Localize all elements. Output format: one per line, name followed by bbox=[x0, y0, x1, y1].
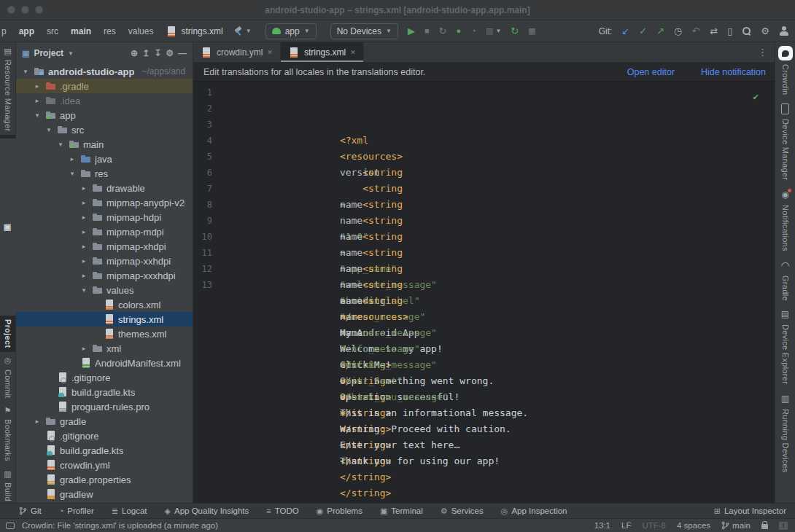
tool-window-button[interactable]: Running Devices bbox=[775, 388, 795, 477]
breadcrumb-item[interactable]: values bbox=[128, 26, 154, 36]
file-encoding[interactable]: UTF-8 bbox=[642, 521, 666, 530]
expand-all-icon[interactable]: ↥ bbox=[142, 48, 150, 58]
terminal-tool-button[interactable]: ▣Terminal bbox=[380, 506, 423, 515]
tree-row[interactable]: ▾ android-studio-app ~/apps/and bbox=[16, 64, 193, 79]
layout-button[interactable]: ▦ bbox=[528, 27, 535, 35]
chevron-down-icon[interactable]: ▼ bbox=[68, 50, 74, 57]
tree-row[interactable]: ▸ .gradle bbox=[16, 79, 193, 93]
build-hammer-button[interactable]: ▼ bbox=[233, 26, 252, 36]
app-inspection-tool-button[interactable]: ◎App Inspection bbox=[501, 506, 567, 515]
tab-options-icon[interactable]: ⋮ bbox=[751, 42, 775, 62]
rollback-button[interactable]: ↶ bbox=[691, 26, 699, 36]
tree-expand-arrow[interactable]: ▾ bbox=[20, 68, 31, 75]
sync-button[interactable]: ↻ bbox=[511, 26, 519, 36]
tree-row[interactable]: proguard-rules.pro bbox=[16, 399, 193, 414]
tool-window-button[interactable]: Gradle bbox=[775, 255, 795, 305]
tree-expand-arrow[interactable]: ▾ bbox=[67, 170, 77, 177]
coverage-button[interactable]: ▥▼ bbox=[486, 27, 501, 35]
tree-expand-arrow[interactable]: ▸ bbox=[79, 257, 89, 265]
tree-row[interactable]: ▾ main bbox=[16, 137, 193, 152]
tool-window-button[interactable]: Device Explorer bbox=[775, 304, 795, 388]
tree-row[interactable]: ▾ res bbox=[16, 166, 193, 181]
git-commit-button[interactable]: ✓ bbox=[639, 26, 647, 36]
close-tab-icon[interactable]: ✕ bbox=[267, 49, 273, 56]
line-ending[interactable]: LF bbox=[621, 521, 631, 530]
tree-row[interactable]: colors.xml bbox=[16, 297, 193, 312]
tree-row[interactable]: ▸ drawable bbox=[16, 181, 193, 195]
tree-row[interactable]: AndroidManifest.xml bbox=[16, 356, 193, 370]
device-selector[interactable]: No Devices ▼ bbox=[330, 23, 398, 39]
tree-row[interactable]: crowdin.yml bbox=[16, 458, 193, 472]
breadcrumb-item[interactable]: main bbox=[71, 26, 91, 36]
tree-row[interactable]: .gitignore bbox=[16, 370, 193, 385]
tree-row[interactable]: ▸ mipmap-mdpi bbox=[16, 224, 193, 239]
breadcrumb-file[interactable]: strings.xml bbox=[166, 26, 222, 37]
git-push-button[interactable]: ↗ bbox=[656, 26, 664, 36]
settings-button[interactable]: ⚙ bbox=[761, 26, 769, 36]
tree-row[interactable]: build.gradle.kts bbox=[16, 443, 193, 458]
caret-position[interactable]: 13:1 bbox=[594, 521, 610, 530]
tree-expand-arrow[interactable]: ▸ bbox=[32, 82, 42, 90]
tree-row[interactable]: ▾ app bbox=[16, 108, 193, 122]
tool-window-button[interactable]: Crowdin bbox=[775, 42, 795, 98]
profiler-tool-button[interactable]: ◔Profiler bbox=[59, 506, 94, 515]
tree-row[interactable]: .gitignore bbox=[16, 429, 193, 443]
problems-tool-button[interactable]: ◉Problems bbox=[317, 506, 362, 515]
tool-window-button[interactable]: Project bbox=[0, 135, 15, 351]
tree-expand-arrow[interactable]: ▾ bbox=[44, 126, 54, 133]
notifications-icon[interactable]: ! bbox=[779, 522, 788, 530]
tree-row[interactable]: ▾ values bbox=[16, 283, 193, 297]
git-branch-widget[interactable]: main bbox=[721, 521, 751, 530]
history-button[interactable]: ◷ bbox=[674, 26, 682, 36]
todo-tool-button[interactable]: ≡TODO bbox=[266, 506, 298, 515]
tool-window-switcher-icon[interactable] bbox=[6, 523, 15, 529]
breadcrumb-item[interactable]: src bbox=[47, 26, 58, 36]
hide-panel-icon[interactable]: — bbox=[178, 48, 187, 58]
compare-button[interactable]: ⇄ bbox=[710, 26, 718, 36]
project-panel-title[interactable]: Project bbox=[34, 48, 63, 58]
breadcrumb-item[interactable]: p bbox=[1, 26, 7, 36]
profiler-button[interactable]: ◔ bbox=[470, 26, 476, 36]
git-update-button[interactable]: ↙ bbox=[621, 26, 629, 36]
tree-expand-arrow[interactable]: ▸ bbox=[32, 97, 42, 104]
inspections-ok-icon[interactable]: ✔ bbox=[753, 89, 759, 105]
tree-expand-arrow[interactable]: ▸ bbox=[79, 228, 89, 235]
indent-setting[interactable]: 4 spaces bbox=[677, 521, 710, 530]
tree-expand-arrow[interactable]: ▸ bbox=[79, 199, 89, 206]
stop-button[interactable]: ■ bbox=[424, 27, 430, 35]
tree-row[interactable]: ▸ .idea bbox=[16, 93, 193, 108]
tree-expand-arrow[interactable]: ▾ bbox=[55, 141, 66, 148]
run-button[interactable]: ▶ bbox=[408, 26, 415, 36]
tree-row[interactable]: strings.xml bbox=[16, 312, 193, 326]
services-tool-button[interactable]: ⚙Services bbox=[441, 506, 484, 515]
tool-window-button[interactable]: Bookmarks bbox=[0, 402, 15, 465]
breadcrumb-item[interactable]: res bbox=[104, 26, 116, 36]
status-message[interactable]: Crowdin: File 'strings.xml' is uploaded … bbox=[22, 521, 218, 530]
git-tool-button[interactable]: Git bbox=[19, 506, 42, 515]
profile-button[interactable] bbox=[779, 26, 789, 36]
tree-row[interactable]: gradlew bbox=[16, 487, 193, 501]
tree-row[interactable]: ▾ src bbox=[16, 122, 193, 137]
hide-notification-link[interactable]: Hide notification bbox=[701, 67, 766, 77]
code-editor[interactable]: ✔ 1 <?xml version bbox=[193, 82, 775, 503]
tool-window-button[interactable]: Notifications bbox=[775, 184, 795, 255]
search-everywhere-button[interactable] bbox=[742, 26, 751, 36]
panel-settings-gear-icon[interactable]: ⚙ bbox=[166, 48, 174, 58]
tree-row[interactable]: ▸ mipmap-anydpi-v26 bbox=[16, 195, 193, 210]
tree-expand-arrow[interactable]: ▸ bbox=[79, 214, 89, 221]
logcat-tool-button[interactable]: ≣Logcat bbox=[112, 506, 147, 515]
tree-row[interactable]: ▸ mipmap-xhdpi bbox=[16, 239, 193, 254]
tree-row[interactable]: ▸ java bbox=[16, 152, 193, 166]
tree-row[interactable]: gradle.properties bbox=[16, 472, 193, 487]
open-editor-link[interactable]: Open editor bbox=[627, 67, 675, 77]
tree-expand-arrow[interactable]: ▸ bbox=[79, 345, 89, 352]
tree-expand-arrow[interactable]: ▸ bbox=[79, 184, 89, 192]
tree-row[interactable]: themes.xml bbox=[16, 326, 193, 341]
tree-expand-arrow[interactable]: ▾ bbox=[32, 112, 42, 119]
device-mirror-button[interactable]: ▯ bbox=[727, 26, 732, 36]
restart-button[interactable]: ↻ bbox=[439, 26, 447, 36]
editor-tab[interactable]: strings.xml ✕ bbox=[281, 42, 364, 62]
tree-row[interactable]: ▸ gradle bbox=[16, 414, 193, 429]
lock-icon[interactable] bbox=[761, 524, 768, 529]
editor-tab[interactable]: crowdin.yml ✕ bbox=[193, 42, 281, 62]
